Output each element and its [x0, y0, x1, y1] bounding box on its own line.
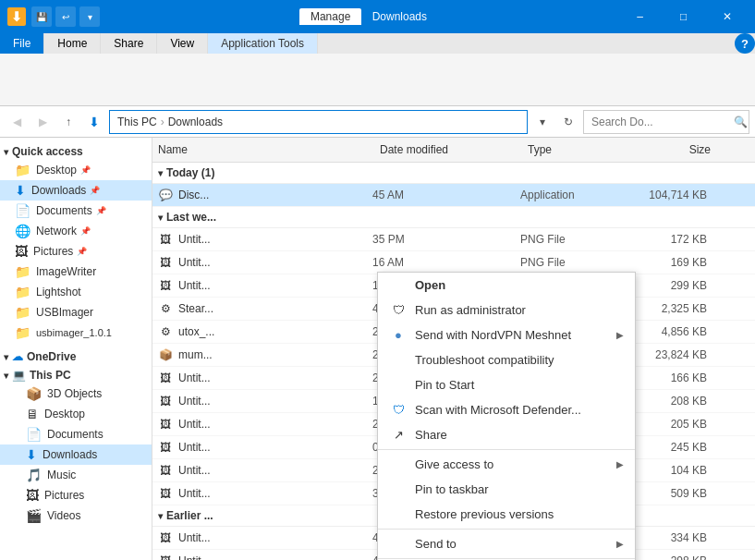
- qat-undo[interactable]: ↩: [55, 6, 76, 27]
- sidebar-item-usbimager[interactable]: 📁 USBImager: [0, 302, 152, 323]
- col-date[interactable]: Date modified: [374, 141, 522, 158]
- back-button[interactable]: ◀: [6, 111, 28, 133]
- forward-button[interactable]: ▶: [31, 111, 54, 133]
- sidebar-item-lightshot[interactable]: 📁 Lightshot: [0, 282, 152, 302]
- sidebar-item-documents[interactable]: 📄 Documents 📌: [0, 201, 152, 221]
- ctx-pin-start-label: Pin to Start: [415, 378, 474, 392]
- file-name: Untit...: [178, 279, 372, 292]
- file-name: Untit...: [178, 418, 372, 431]
- ctx-run-admin[interactable]: 🛡 Run as administrator: [378, 298, 635, 323]
- sidebar-item-label: Desktop: [44, 408, 85, 420]
- quick-access-section[interactable]: ▾ Quick access: [0, 141, 152, 160]
- file-icon: 🖼: [156, 369, 175, 387]
- path-dropdown[interactable]: ▾: [531, 111, 554, 133]
- this-pc-icon: 💻: [12, 369, 26, 382]
- file-date: 16 AM: [372, 256, 520, 269]
- file-date: 35 PM: [372, 233, 520, 246]
- ctx-send-to-arrow: ▶: [616, 539, 624, 549]
- videos-icon: 🎬: [26, 508, 42, 523]
- path-downloads[interactable]: Downloads: [168, 116, 223, 128]
- search-input[interactable]: [591, 116, 730, 128]
- col-size[interactable]: Size: [642, 141, 716, 158]
- title-bar: ⬇ 💾 ↩ ▾ Manage Downloads – □ ✕: [0, 0, 755, 33]
- minimize-button[interactable]: –: [619, 3, 661, 30]
- ctx-troubleshoot[interactable]: Troubleshoot compatibility: [378, 347, 635, 372]
- tab-home[interactable]: Home: [44, 33, 101, 54]
- ctx-scan-defender[interactable]: 🛡 Scan with Microsoft Defender...: [378, 397, 635, 422]
- ctx-send-to[interactable]: Send to ▶: [378, 531, 635, 556]
- desktop-pc-icon: 🖥: [26, 407, 39, 421]
- sidebar-item-3d-objects[interactable]: 📦 3D Objects: [0, 383, 152, 404]
- up-button[interactable]: ↑: [57, 111, 79, 133]
- qat-save[interactable]: 💾: [31, 6, 52, 27]
- sidebar: ▾ Quick access 📁 Desktop 📌 ⬇ Downloads 📌…: [0, 138, 152, 560]
- path-this-pc[interactable]: This PC: [117, 116, 157, 128]
- sidebar-item-label: Downloads: [31, 184, 86, 197]
- downloads-shortcut[interactable]: ⬇: [83, 111, 105, 133]
- onedrive-section[interactable]: ▾ ☁ OneDrive: [0, 347, 152, 365]
- help-button[interactable]: ?: [735, 33, 755, 54]
- qat-dropdown[interactable]: ▾: [79, 6, 100, 27]
- file-size: 23,824 KB: [640, 348, 714, 361]
- sidebar-item-documents-pc[interactable]: 📄 Documents: [0, 424, 152, 444]
- ctx-open[interactable]: Open: [378, 273, 635, 298]
- sidebar-item-downloads[interactable]: ⬇ Downloads 📌: [0, 180, 152, 201]
- sidebar-item-label: 3D Objects: [47, 387, 102, 400]
- file-icon: 🖼: [156, 552, 175, 560]
- tab-file[interactable]: File: [0, 33, 44, 54]
- sidebar-item-videos[interactable]: 🎬 Videos: [0, 505, 152, 526]
- address-path[interactable]: This PC › Downloads: [109, 110, 528, 134]
- tab-view[interactable]: View: [157, 33, 208, 54]
- group-earlier-label: Earlier ...: [166, 509, 213, 522]
- sidebar-item-imagewriter[interactable]: 📁 ImageWriter: [0, 262, 152, 282]
- ctx-pin-taskbar[interactable]: Pin to taskbar: [378, 477, 635, 502]
- ctx-nordvpn[interactable]: ● Send with NordVPN Meshnet ▶: [378, 323, 635, 347]
- table-row[interactable]: 💬 Disc... 45 AM Application 104,714 KB: [152, 184, 755, 207]
- this-pc-arrow: ▾: [4, 371, 8, 381]
- ctx-restore-versions[interactable]: Restore previous versions: [378, 502, 635, 527]
- sidebar-item-pictures-pc[interactable]: 🖼 Pictures: [0, 485, 152, 505]
- pictures-icon: 🖼: [15, 244, 28, 259]
- file-name: Untit...: [178, 464, 372, 477]
- col-name[interactable]: Name: [152, 141, 374, 158]
- tab-application-tools[interactable]: Application Tools: [208, 33, 318, 54]
- path-separator: ›: [161, 116, 164, 128]
- file-name: Untit...: [178, 554, 372, 560]
- group-lastweek[interactable]: ▾ Last we...: [152, 207, 755, 228]
- file-name: Untit...: [178, 256, 372, 269]
- file-size: 104,714 KB: [640, 189, 714, 201]
- manage-tab-title[interactable]: Manage: [299, 8, 361, 25]
- file-icon: 🖼: [156, 230, 175, 249]
- group-earlier-arrow: ▾: [158, 511, 163, 521]
- this-pc-section[interactable]: ▾ 💻 This PC: [0, 365, 152, 383]
- table-row[interactable]: 🖼 Untit... 35 PM PNG File 172 KB: [152, 228, 755, 251]
- search-box[interactable]: 🔍: [583, 110, 749, 134]
- file-icon: 🖼: [156, 253, 175, 272]
- group-today-arrow: ▾: [158, 168, 163, 178]
- sidebar-item-pictures[interactable]: 🖼 Pictures 📌: [0, 241, 152, 262]
- file-size: 298 KB: [640, 554, 714, 560]
- col-type[interactable]: Type: [522, 141, 642, 158]
- window-title: Downloads: [372, 10, 427, 23]
- maximize-button[interactable]: □: [663, 3, 704, 30]
- sidebar-item-label: Documents: [36, 204, 92, 217]
- tab-share[interactable]: Share: [101, 33, 157, 54]
- group-today[interactable]: ▾ Today (1): [152, 163, 755, 184]
- sidebar-item-downloads-pc[interactable]: ⬇ Downloads: [0, 444, 152, 465]
- sidebar-item-desktop[interactable]: 📁 Desktop 📌: [0, 160, 152, 180]
- ctx-pin-start[interactable]: Pin to Start: [378, 372, 635, 397]
- sidebar-item-network[interactable]: 🌐 Network 📌: [0, 221, 152, 241]
- file-size: 334 KB: [640, 531, 714, 544]
- ctx-share[interactable]: ↗ Share: [378, 422, 635, 447]
- lightshot-icon: 📁: [15, 285, 30, 299]
- sidebar-item-music[interactable]: 🎵 Music: [0, 465, 152, 485]
- sidebar-item-desktop-pc[interactable]: 🖥 Desktop: [0, 404, 152, 424]
- app-icon: ⬇: [7, 7, 26, 26]
- downloads-icon: ⬇: [15, 183, 26, 198]
- close-button[interactable]: ✕: [706, 3, 748, 30]
- onedrive-label: OneDrive: [27, 350, 76, 363]
- ctx-give-access[interactable]: Give access to ▶: [378, 452, 635, 477]
- sidebar-item-usbimager2[interactable]: 📁 usbimager_1.0.1: [0, 323, 152, 343]
- refresh-button[interactable]: ↻: [557, 111, 579, 133]
- pin-icon: 📌: [77, 247, 87, 256]
